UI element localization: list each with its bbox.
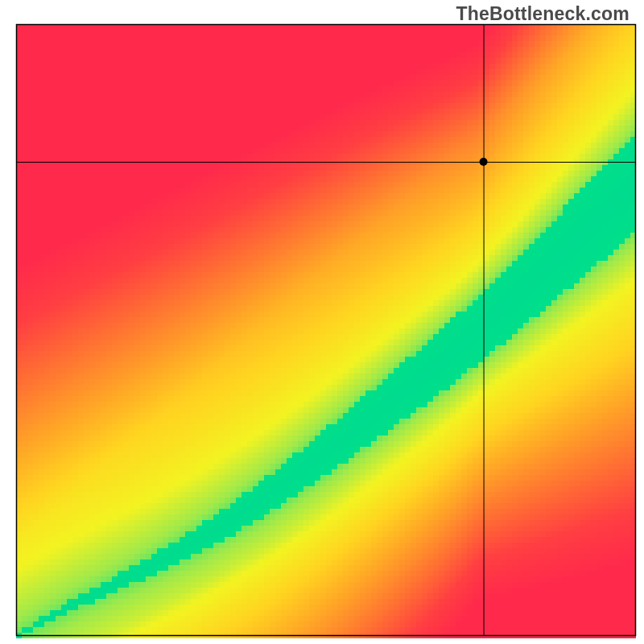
watermark-text: TheBottleneck.com — [456, 3, 630, 25]
chart-container: TheBottleneck.com — [0, 0, 644, 644]
heatmap-canvas — [0, 0, 644, 644]
